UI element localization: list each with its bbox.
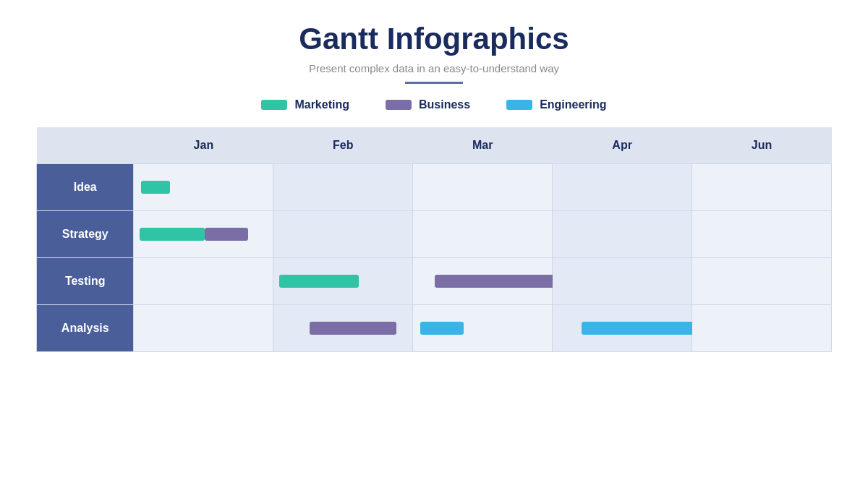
marketing-swatch bbox=[261, 100, 287, 110]
data-cell bbox=[413, 304, 553, 351]
data-cell bbox=[273, 210, 413, 257]
row-label: Testing bbox=[37, 257, 134, 304]
data-cell bbox=[134, 257, 273, 304]
page-title: Gantt Infographics bbox=[299, 22, 569, 56]
page-subtitle: Present complex data in an easy-to-under… bbox=[309, 62, 559, 74]
legend-item-engineering: Engineering bbox=[506, 98, 606, 111]
gantt-bar-green bbox=[279, 275, 359, 288]
month-header-jan: Jan bbox=[134, 127, 273, 163]
legend-item-marketing: Marketing bbox=[261, 98, 349, 111]
gantt-bar-green bbox=[141, 181, 170, 194]
marketing-label: Marketing bbox=[294, 98, 349, 111]
data-cell bbox=[134, 304, 273, 351]
corner-cell bbox=[37, 127, 134, 163]
data-cell bbox=[692, 210, 832, 257]
month-header-jun: Jun bbox=[692, 127, 832, 163]
page: Gantt Infographics Present complex data … bbox=[0, 0, 868, 488]
data-cell bbox=[553, 257, 692, 304]
engineering-label: Engineering bbox=[540, 98, 606, 111]
data-cell bbox=[134, 163, 273, 210]
data-cell bbox=[692, 304, 832, 351]
row-label: Idea bbox=[37, 163, 134, 210]
gantt-bar-green bbox=[140, 228, 205, 241]
data-cell bbox=[413, 210, 553, 257]
gantt-row: Strategy bbox=[37, 210, 832, 257]
gantt-chart: JanFebMarAprJunIdeaStrategyTestingAnalys… bbox=[36, 127, 832, 474]
row-label: Analysis bbox=[37, 304, 134, 351]
legend: Marketing Business Engineering bbox=[261, 98, 606, 111]
data-cell bbox=[273, 304, 413, 351]
gantt-bar-blue bbox=[420, 322, 464, 335]
month-header-feb: Feb bbox=[273, 127, 413, 163]
data-cell bbox=[413, 163, 553, 210]
gantt-bar-purple bbox=[205, 228, 248, 241]
business-label: Business bbox=[419, 98, 470, 111]
gantt-row: Idea bbox=[37, 163, 832, 210]
title-underline bbox=[405, 82, 463, 84]
data-cell bbox=[553, 163, 692, 210]
data-cell bbox=[553, 210, 692, 257]
gantt-bar-purple bbox=[310, 322, 396, 335]
engineering-swatch bbox=[506, 100, 532, 110]
data-cell bbox=[553, 304, 692, 351]
data-cell bbox=[692, 257, 832, 304]
data-cell bbox=[273, 257, 413, 304]
month-header-apr: Apr bbox=[553, 127, 692, 163]
gantt-row: Testing bbox=[37, 257, 832, 304]
data-cell bbox=[692, 163, 832, 210]
month-header-mar: Mar bbox=[413, 127, 553, 163]
business-swatch bbox=[386, 100, 412, 110]
legend-item-business: Business bbox=[386, 98, 470, 111]
data-cell bbox=[134, 210, 273, 257]
data-cell bbox=[273, 163, 413, 210]
data-cell bbox=[413, 257, 553, 304]
gantt-row: Analysis bbox=[37, 304, 832, 351]
row-label: Strategy bbox=[37, 210, 134, 257]
